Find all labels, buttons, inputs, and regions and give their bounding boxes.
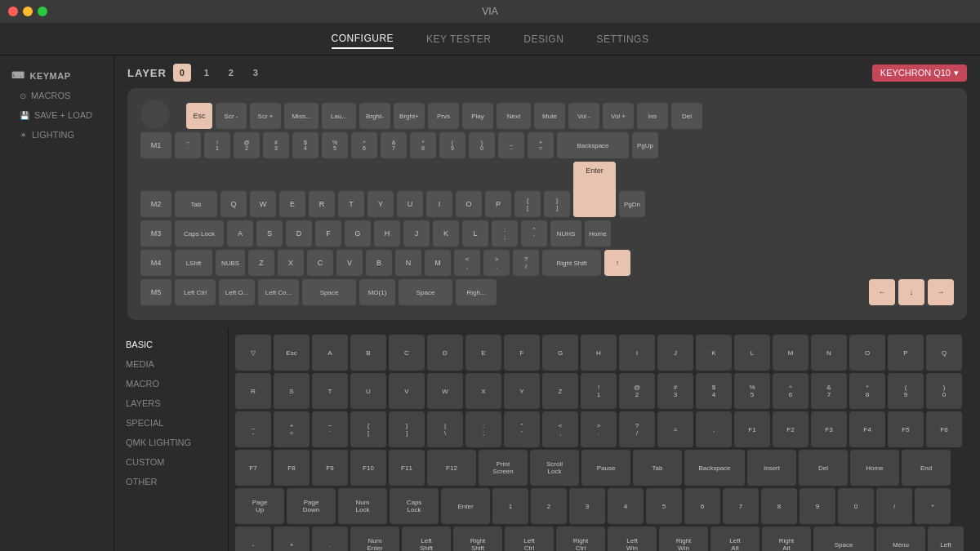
- picker-key-x[interactable]: X: [466, 373, 501, 409]
- picker-key-right-win[interactable]: Right Win: [659, 527, 708, 551]
- key-e[interactable]: E: [279, 191, 305, 217]
- picker-key-right-shift[interactable]: Right Shift: [453, 527, 502, 551]
- key-nubs[interactable]: NUBS: [216, 250, 245, 276]
- key-lctrl[interactable]: Left Ctrl: [175, 279, 216, 305]
- picker-key-f11[interactable]: F11: [389, 450, 425, 486]
- key-vol-minus[interactable]: Vol -: [568, 103, 599, 129]
- key-home[interactable]: Home: [585, 220, 611, 247]
- key-7[interactable]: &7: [381, 132, 407, 158]
- picker-key-backspace[interactable]: Backspace: [684, 450, 745, 486]
- key-m[interactable]: M: [425, 250, 451, 276]
- picker-key-f5[interactable]: F5: [888, 411, 924, 447]
- picker-key-s[interactable]: S: [274, 373, 310, 409]
- picker-key-i[interactable]: I: [619, 335, 655, 371]
- key-brght-plus[interactable]: Brght+: [394, 103, 425, 129]
- picker-key-tilde[interactable]: ~ `: [312, 411, 348, 447]
- category-macro[interactable]: MACRO: [114, 374, 228, 393]
- key-miss[interactable]: Miss...: [284, 103, 318, 129]
- keyboard-model-dropdown[interactable]: KEYCHRON Q10 ▾: [872, 64, 967, 82]
- key-scr-plus[interactable]: Scr +: [250, 103, 281, 129]
- key-h[interactable]: H: [374, 220, 400, 247]
- category-other[interactable]: OTHER: [114, 472, 228, 491]
- picker-key-void[interactable]: ▽: [235, 335, 271, 371]
- picker-key-page-down[interactable]: Page Down: [287, 488, 336, 524]
- key-j[interactable]: J: [403, 220, 430, 247]
- key-p[interactable]: P: [485, 191, 511, 217]
- key-6[interactable]: ^6: [351, 132, 377, 158]
- layer-3-button[interactable]: 3: [247, 64, 265, 82]
- picker-key-l[interactable]: L: [734, 335, 770, 371]
- key-z[interactable]: Z: [248, 250, 274, 276]
- key-8[interactable]: *8: [410, 132, 436, 158]
- key-down[interactable]: ↓: [898, 279, 924, 305]
- key-n[interactable]: N: [395, 250, 421, 276]
- picker-key-f[interactable]: F: [504, 335, 540, 371]
- key-g[interactable]: G: [345, 220, 371, 247]
- key-up[interactable]: ↑: [604, 250, 630, 276]
- picker-key-dollar-4[interactable]: $ 4: [696, 373, 732, 409]
- picker-key-num-7[interactable]: 7: [723, 488, 759, 524]
- picker-key-r[interactable]: R: [235, 373, 271, 409]
- picker-key-pause[interactable]: Pause: [581, 450, 630, 486]
- picker-key-enter[interactable]: Enter: [441, 488, 490, 524]
- picker-key-f10[interactable]: F10: [350, 450, 386, 486]
- category-media[interactable]: MEDIA: [114, 354, 228, 374]
- key-u[interactable]: U: [397, 191, 423, 217]
- picker-key-num-enter[interactable]: Num Enter: [350, 527, 399, 551]
- key-i[interactable]: I: [426, 191, 452, 217]
- layer-2-button[interactable]: 2: [222, 64, 240, 82]
- picker-key-left-win[interactable]: Left Win: [608, 527, 657, 551]
- key-slash[interactable]: ?/: [513, 250, 539, 276]
- key-next[interactable]: Next: [497, 103, 531, 129]
- picker-key-f9[interactable]: F9: [312, 450, 348, 486]
- key-pgup[interactable]: PgUp: [632, 132, 658, 158]
- picker-key-f6[interactable]: F6: [926, 411, 962, 447]
- key-q[interactable]: Q: [220, 191, 247, 217]
- picker-key-gt[interactable]: > .: [581, 411, 617, 447]
- picker-key-f1[interactable]: F1: [734, 411, 770, 447]
- key-1[interactable]: !1: [204, 132, 230, 158]
- key-lwin[interactable]: Left O...: [219, 279, 255, 305]
- picker-key-num-5[interactable]: 5: [646, 488, 682, 524]
- picker-key-asterisk[interactable]: *: [915, 488, 951, 524]
- picker-key-pct-5[interactable]: % 5: [734, 373, 770, 409]
- key-m4[interactable]: M4: [140, 250, 172, 276]
- key-d[interactable]: D: [286, 220, 312, 247]
- picker-key-comma[interactable]: ,: [696, 411, 732, 447]
- key-rwin[interactable]: Righ...: [456, 279, 497, 305]
- key-lshift[interactable]: LShft: [175, 250, 212, 276]
- nav-settings[interactable]: SETTINGS: [596, 30, 648, 48]
- picker-key-a[interactable]: A: [312, 335, 348, 371]
- category-layers[interactable]: LAYERS: [114, 393, 228, 413]
- key-space-right[interactable]: Space: [399, 279, 452, 305]
- key-brght-minus[interactable]: Brght-: [359, 103, 390, 129]
- key-rshift[interactable]: Right Shift: [542, 250, 601, 276]
- picker-key-num-8[interactable]: 8: [761, 488, 797, 524]
- key-a[interactable]: A: [227, 220, 253, 247]
- picker-key-num-1[interactable]: 1: [492, 488, 528, 524]
- key-comma[interactable]: <,: [454, 250, 480, 276]
- picker-key-num-4[interactable]: 4: [608, 488, 644, 524]
- picker-key-f2[interactable]: F2: [773, 411, 808, 447]
- picker-key-num-lock[interactable]: Num Lock: [338, 488, 387, 524]
- nav-configure[interactable]: CONFIGURE: [332, 29, 394, 49]
- key-mo1[interactable]: MO(1): [359, 279, 395, 305]
- picker-key-f4[interactable]: F4: [849, 411, 885, 447]
- picker-key-amp-7[interactable]: & 7: [811, 373, 847, 409]
- key-k[interactable]: K: [433, 220, 459, 247]
- key-lalt[interactable]: Left Co...: [258, 279, 299, 305]
- key-prvs[interactable]: Prvs: [428, 103, 459, 129]
- key-mute[interactable]: Mute: [534, 103, 565, 129]
- picker-key-pipe[interactable]: | \: [427, 411, 463, 447]
- picker-key-num-9[interactable]: 9: [800, 488, 835, 524]
- key-lbracket[interactable]: {[: [514, 191, 541, 217]
- picker-key-num-0[interactable]: 0: [838, 488, 874, 524]
- nav-key-tester[interactable]: KEY TESTER: [426, 30, 491, 48]
- sidebar-item-lighting[interactable]: ☀ LIGHTING: [0, 125, 114, 144]
- key-ins[interactable]: Ins: [637, 103, 668, 129]
- key-space-left[interactable]: Space: [302, 279, 356, 305]
- key-t[interactable]: T: [338, 191, 364, 217]
- picker-key-insert[interactable]: Insert: [747, 450, 796, 486]
- key-del[interactable]: Del: [671, 103, 702, 129]
- picker-key-f8[interactable]: F8: [274, 450, 310, 486]
